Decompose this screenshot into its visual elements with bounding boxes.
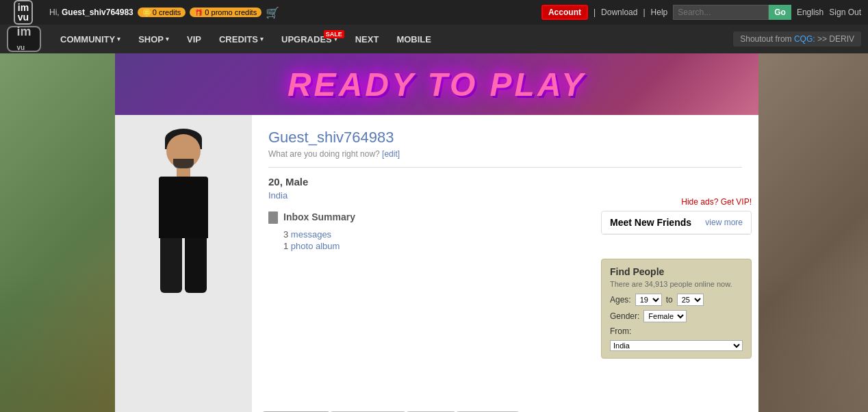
nav-next[interactable]: NEXT (347, 29, 387, 50)
photo-album-link[interactable]: photo album (291, 241, 340, 251)
nav-credits-label: CREDITS (219, 34, 258, 44)
side-deco-left (0, 53, 115, 412)
promo-credits-badge[interactable]: 🎁 0 promo credits (190, 8, 261, 17)
nav-items: COMMUNITY ▾ SHOP ▾ VIP CREDITS ▾ UPGRADE… (52, 29, 439, 50)
credits-icon: 🪙 (142, 9, 151, 16)
meet-friends-title: Meet New Friends (610, 217, 691, 228)
avatar-legs (160, 238, 207, 293)
promo-icon: 🎁 (194, 9, 203, 16)
nav-vip[interactable]: VIP (179, 29, 209, 50)
find-people-box: Find People There are 34,913 people onli… (601, 259, 752, 359)
avatar-head (165, 129, 202, 168)
greeting-text: Hi, Guest_shiv764983 (49, 8, 133, 17)
language-link[interactable]: English (797, 8, 824, 17)
photo-count: 1 (283, 241, 288, 251)
nav-logo: imvu (7, 26, 41, 52)
avatar-torso (159, 177, 208, 238)
find-people-title: Find People (610, 266, 743, 277)
search-button[interactable]: Go (769, 5, 791, 20)
bg-area: READY TO PLAY (0, 53, 868, 412)
profile-panel: Guest_shiv764983 What are you doing righ… (252, 115, 758, 412)
age-from-select[interactable]: 19202125 (635, 294, 662, 306)
find-people-sub: There are 34,913 people online now. (610, 280, 743, 288)
from-country-select[interactable]: IndiaUSAUK (610, 340, 743, 351)
messages-count: 3 (283, 229, 288, 240)
promo-count: 0 promo credits (205, 8, 257, 16)
photo-item: 1 photo album (283, 241, 742, 251)
from-select-row: IndiaUSAUK (610, 340, 743, 351)
nav-community[interactable]: COMMUNITY ▾ (52, 29, 129, 50)
hide-ads-text: Hide ads? Get VIP! (681, 197, 752, 207)
nav-next-label: NEXT (355, 34, 379, 44)
inbox-title: Inbox Summary (283, 211, 355, 222)
nav-logo-text: imvu (16, 25, 31, 53)
status-text: What are you doing right now? (268, 149, 380, 159)
inbox-icon (268, 211, 278, 224)
ages-row: Ages: 19202125 to 2530 (610, 294, 743, 306)
main-inner: ⭐ 0 Guest_shiv764983 What are you doing … (115, 115, 758, 412)
credits-badge[interactable]: 🪙 0 credits (138, 8, 186, 17)
meet-friends-link[interactable]: view more (705, 218, 743, 227)
banner: READY TO PLAY (115, 53, 758, 115)
community-arrow: ▾ (117, 36, 120, 42)
shoutout-prefix: Shoutout from (740, 34, 791, 44)
nav-mobile[interactable]: MOBILE (388, 29, 439, 50)
avatar-beard (173, 159, 194, 168)
nav-credits[interactable]: CREDITS ▾ (211, 29, 272, 50)
profile-username: Guest_shiv764983 (268, 129, 742, 146)
logo-box[interactable]: imvu (14, 0, 33, 25)
divider-2: | (643, 8, 645, 17)
side-deco-right (758, 53, 868, 412)
search-input[interactable] (673, 5, 769, 20)
username-label: Guest_shiv764983 (62, 8, 133, 17)
status-edit-link[interactable]: [edit] (382, 149, 400, 159)
navbar: imvu COMMUNITY ▾ SHOP ▾ VIP CREDITS ▾ UP… (0, 25, 868, 53)
from-label: From: (610, 326, 631, 336)
ages-label: Ages: (610, 295, 631, 305)
profile-status: What are you doing right now? [edit] (268, 149, 742, 159)
messages-link[interactable]: messages (291, 229, 331, 240)
help-link[interactable]: Help (651, 8, 668, 17)
gender-label: Gender: (610, 311, 639, 321)
age-to-select[interactable]: 2530 (677, 294, 704, 306)
meet-new-friends-box: Meet New Friends view more (601, 211, 752, 235)
nav-vip-label: VIP (187, 34, 201, 44)
gender-row: Gender: FemaleMaleAny (610, 310, 743, 322)
shoutout-suffix: >> DERIV (817, 34, 854, 44)
divider-1: | (593, 8, 596, 17)
profile-country[interactable]: India (268, 190, 742, 201)
avatar-panel: ⭐ 0 (115, 115, 252, 412)
from-row: From: (610, 326, 743, 336)
download-link[interactable]: Download (601, 8, 637, 17)
gender-select[interactable]: FemaleMaleAny (643, 310, 687, 322)
avatar-neck (177, 168, 190, 177)
hi-label: Hi, (49, 8, 60, 17)
sale-tag: SALE (324, 30, 344, 38)
to-label: to (666, 295, 673, 305)
hide-ads-link[interactable]: Hide ads? Get VIP! (681, 197, 752, 207)
banner-text: READY TO PLAY (288, 66, 586, 103)
avatar-leg-left (160, 238, 182, 293)
credits-arrow: ▾ (260, 36, 264, 42)
meet-friends-header: Meet New Friends view more (602, 211, 751, 234)
signout-link[interactable]: Sign Out (829, 8, 861, 17)
profile-age: 20, Male (268, 176, 742, 188)
topbar: imvu Hi, Guest_shiv764983 🪙 0 credits 🎁 … (0, 0, 868, 25)
main-content: ⭐ 0 Guest_shiv764983 What are you doing … (115, 115, 758, 412)
shoutout-user: CQG: (794, 34, 815, 44)
profile-divider (268, 167, 742, 168)
nav-mobile-label: MOBILE (396, 34, 431, 44)
shoutout-bar: Shoutout from CQG: >> DERIV (733, 31, 861, 47)
nav-shop-label: SHOP (138, 34, 164, 44)
topbar-right: Account | Download | Help Go English Sig… (541, 5, 861, 20)
nav-upgrades[interactable]: UPGRADES ▾ SALE (273, 29, 346, 50)
nav-community-label: COMMUNITY (60, 34, 115, 44)
avatar-figure (115, 115, 252, 293)
credits-count: 0 credits (153, 8, 181, 16)
nav-shop[interactable]: SHOP ▾ (130, 29, 177, 50)
cart-icon[interactable]: 🛒 (266, 6, 279, 19)
shop-arrow: ▾ (166, 36, 169, 42)
avatar-leg-right (185, 238, 207, 293)
account-link[interactable]: Account (541, 5, 588, 20)
logo: imvu (7, 0, 40, 25)
